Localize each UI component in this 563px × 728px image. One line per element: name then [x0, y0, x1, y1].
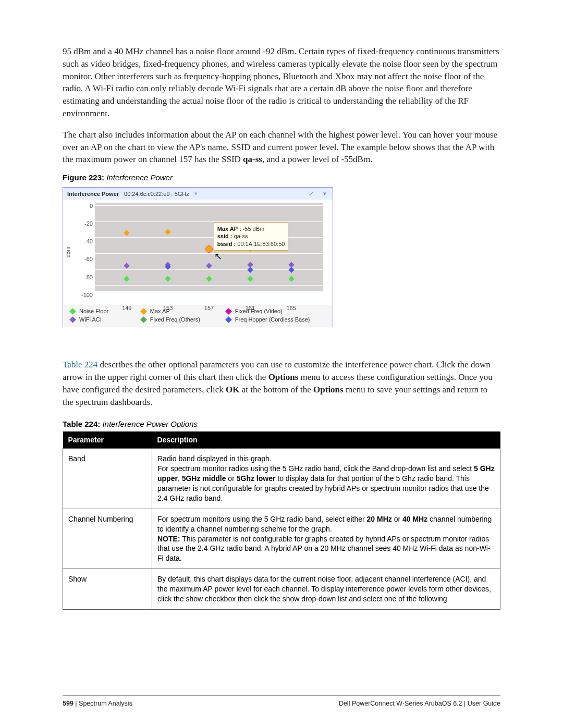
point-max-ap	[124, 230, 130, 236]
chart-tooltip: Max AP : -55 dBm ssid : qa-ss bssid : 00…	[214, 223, 289, 251]
figure-title: Interference Power	[106, 173, 173, 182]
menu-down-icon[interactable]: ▾	[321, 190, 328, 197]
param-cell: Show	[63, 569, 152, 610]
footer-right: Dell PowerConnect W-Series ArubaOS 6.2 |…	[339, 700, 500, 707]
ui-term: Options	[313, 385, 344, 394]
point-noise	[206, 276, 212, 282]
text: For spectrum monitors using the 5 GHz ra…	[157, 515, 367, 523]
y-tick: 0	[74, 203, 93, 209]
table-row: Band Radio band displayed in this graph.…	[63, 449, 500, 509]
y-tick: -100	[74, 292, 93, 298]
figure-caption: Figure 223: Interference Power	[63, 173, 500, 182]
desc-cell: By default, this chart displays data for…	[152, 569, 500, 610]
col-parameter: Parameter	[63, 431, 152, 449]
x-tick: 149	[114, 305, 140, 311]
bold-term: 5GHz middle	[182, 474, 226, 483]
text: Radio band displayed in this graph. For …	[157, 454, 474, 473]
tooltip-value: 00:1A:1E:83:60:50	[236, 241, 285, 247]
point-noise	[247, 276, 253, 282]
page-number: 599	[63, 700, 74, 707]
table-label: Table 224:	[63, 419, 100, 428]
cursor-icon: ↖	[214, 251, 222, 262]
table-title: Interference Power Options	[102, 419, 198, 428]
legend-label: Fixed Freq (Others)	[150, 316, 200, 323]
ui-term: OK	[226, 385, 239, 394]
tooltip-label: bssid :	[217, 241, 236, 247]
x-tick: 161	[237, 305, 263, 311]
table-caption: Table 224: Interference Power Options	[63, 419, 500, 428]
body-paragraph: The chart also includes information abou…	[63, 129, 500, 166]
text: |	[74, 700, 79, 707]
tooltip-value: qa-ss	[232, 233, 248, 239]
options-table: Parameter Description Band Radio band di…	[63, 431, 500, 610]
table-link[interactable]: Table 224	[63, 360, 97, 369]
param-cell: Band	[63, 449, 152, 509]
point-noise	[124, 276, 130, 282]
chart-title-text: Interference Power	[67, 191, 119, 197]
ui-term: Options	[268, 372, 299, 382]
point-noise	[288, 276, 294, 282]
point-noise	[165, 276, 170, 282]
text: or	[392, 515, 402, 523]
body-paragraph: Table 224 describes the other optional p…	[63, 359, 500, 408]
interference-power-chart: Interference Power 00:24:6c:c0:22:e9 : 5…	[63, 187, 333, 327]
y-tick: -40	[74, 238, 93, 244]
bold-term: 5Ghz lower	[237, 474, 276, 483]
chart-subtitle: 00:24:6c:c0:22:e9 : 5GHz	[124, 191, 189, 197]
y-axis-label: dBm	[65, 203, 71, 302]
note-label: NOTE:	[157, 535, 180, 543]
text: , and a power level of -55dBm.	[262, 154, 373, 164]
point-freq-hopper	[288, 267, 294, 273]
scatter-plot-area[interactable]: 0 -20 -40 -60 -80 -100	[74, 203, 327, 302]
table-row: Channel Numbering For spectrum monitors …	[63, 509, 500, 569]
y-tick: -60	[74, 256, 93, 262]
legend-label: Freq Hopper (Cordless Base)	[235, 316, 310, 323]
x-tick: 153	[155, 305, 181, 311]
x-tick: 157	[196, 305, 222, 311]
ssid-name: qa-ss	[243, 154, 262, 164]
y-tick: -20	[74, 220, 93, 227]
text: This parameter is not configurable for g…	[157, 535, 491, 563]
point-wifi-aci	[124, 263, 130, 268]
bold-term: 20 MHz	[367, 515, 392, 523]
desc-cell: Radio band displayed in this graph. For …	[152, 449, 500, 509]
figure-label: Figure 223:	[63, 173, 104, 182]
y-tick: -80	[74, 274, 93, 280]
footer-left: 599 | Spectrum Analysis	[63, 700, 132, 707]
bold-term: 40 MHz	[402, 515, 427, 523]
table-row: Show By default, this chart displays dat…	[63, 569, 500, 610]
point-max-ap	[165, 229, 170, 235]
param-cell: Channel Numbering	[63, 509, 152, 569]
tooltip-value: -55 dBm	[241, 226, 265, 232]
text: at the bottom of the	[239, 385, 313, 394]
chevron-down-icon[interactable]: ▾	[194, 190, 198, 197]
table-header-row: Parameter Description	[63, 431, 500, 449]
tooltip-label: ssid :	[217, 233, 232, 239]
body-paragraph: 95 dBm and a 40 MHz channel has a noise …	[63, 45, 500, 120]
tooltip-label: Max AP :	[217, 226, 241, 232]
legend-label: Noise Floor	[79, 308, 108, 314]
point-max-ap-highlight	[205, 245, 213, 253]
section-name: Spectrum Analysis	[79, 700, 132, 707]
x-tick: 165	[278, 305, 304, 311]
desc-cell: For spectrum monitors using the 5 GHz ra…	[152, 509, 500, 569]
legend-item: WiFi ACI	[70, 316, 141, 323]
col-description: Description	[152, 431, 500, 449]
legend-label: WiFi ACI	[79, 316, 102, 323]
chart-titlebar: Interference Power 00:24:6c:c0:22:e9 : 5…	[63, 188, 333, 200]
plot-grid: Max AP : -55 dBm ssid : qa-ss bssid : 00…	[95, 203, 323, 291]
point-wifi-aci	[206, 263, 212, 268]
page-footer: 599 | Spectrum Analysis Dell PowerConnec…	[63, 695, 500, 707]
legend-item: Freq Hopper (Cordless Base)	[226, 316, 325, 323]
text: or	[226, 474, 236, 483]
text: ,	[178, 474, 182, 483]
point-freq-hopper	[247, 267, 253, 273]
expand-icon[interactable]: ⤢	[307, 190, 316, 197]
legend-item: Fixed Freq (Others)	[141, 316, 226, 323]
